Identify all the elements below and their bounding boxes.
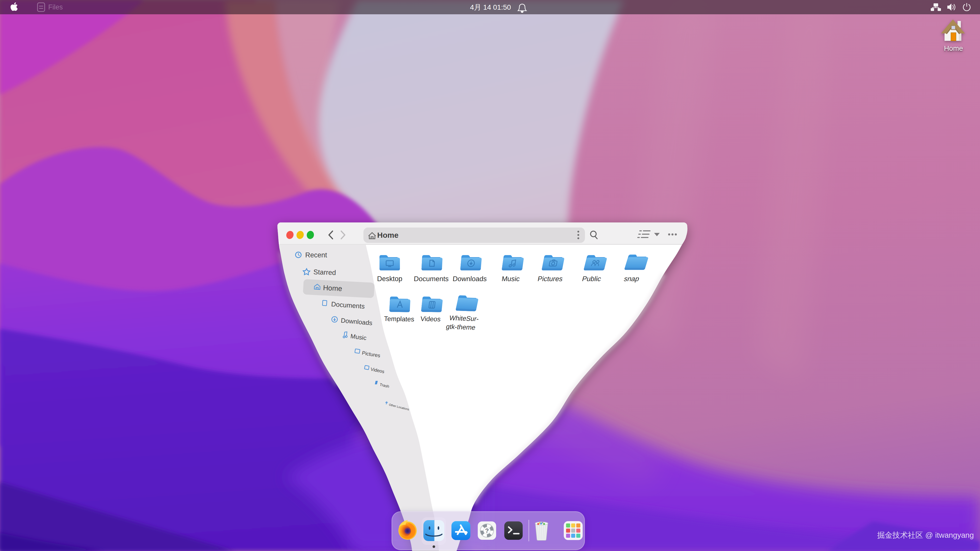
svg-text:Templates: Templates: [384, 315, 414, 323]
svg-text:Home: Home: [944, 44, 963, 52]
svg-text:Files: Files: [48, 3, 63, 11]
svg-text:Public: Public: [581, 275, 602, 283]
svg-text:gtk-theme: gtk-theme: [445, 323, 476, 331]
svg-text:4月 14 01:50: 4月 14 01:50: [470, 3, 511, 11]
svg-text:Music: Music: [501, 275, 520, 283]
svg-text:?: ?: [485, 527, 489, 534]
svg-text:掘金技术社区 @ itwangyang: 掘金技术社区 @ itwangyang: [877, 531, 974, 539]
svg-text:Home: Home: [323, 284, 342, 292]
svg-text:Starred: Starred: [313, 268, 336, 276]
svg-text:Desktop: Desktop: [377, 275, 402, 283]
svg-text:Downloads: Downloads: [452, 275, 487, 283]
svg-text:WhiteSur-: WhiteSur-: [449, 314, 479, 323]
svg-text:Videos: Videos: [420, 315, 441, 323]
svg-text:Documents: Documents: [414, 275, 449, 283]
svg-text:snap: snap: [623, 275, 640, 283]
svg-text:Home: Home: [377, 231, 398, 239]
svg-text:Recent: Recent: [305, 251, 327, 259]
svg-text:Pictures: Pictures: [537, 275, 563, 283]
